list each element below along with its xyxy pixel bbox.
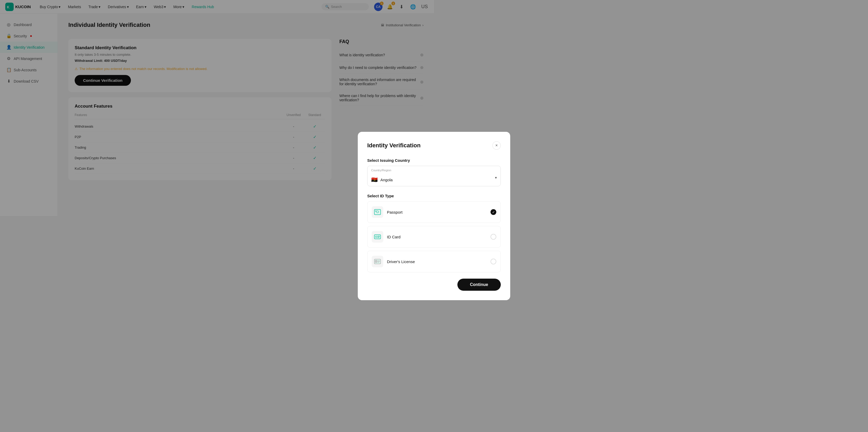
passport-label: Passport [387, 210, 434, 214]
modal-section-id-title: Select ID Type [367, 194, 434, 198]
country-select-wrapper: Country/Region 🇦🇴 Angola ▾ [367, 166, 434, 186]
country-name: Angola [380, 178, 393, 182]
modal-overlay[interactable]: Identity Verification × Select Issuing C… [0, 0, 434, 216]
svg-rect-2 [374, 209, 381, 215]
passport-svg-icon [374, 208, 381, 216]
country-flag: 🇦🇴 [371, 176, 378, 183]
modal-title: Identity Verification [367, 142, 421, 149]
modal-section-country-title: Select Issuing Country [367, 158, 434, 163]
identity-verification-modal: Identity Verification × Select Issuing C… [358, 132, 434, 216]
id-type-passport[interactable]: Passport ✓ [367, 201, 434, 216]
country-select[interactable]: Country/Region 🇦🇴 Angola ▾ [367, 166, 434, 186]
passport-icon-wrap [372, 206, 383, 216]
modal-header: Identity Verification × [367, 141, 434, 150]
country-label: Country/Region [371, 169, 391, 172]
